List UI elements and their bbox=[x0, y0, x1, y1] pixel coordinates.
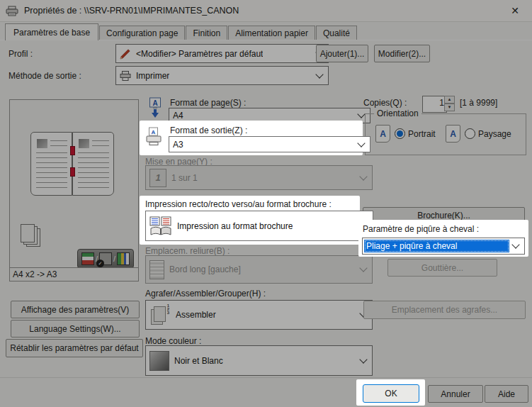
highlight-ok: OK bbox=[356, 379, 425, 406]
chevron-down-icon bbox=[359, 172, 367, 180]
chevron-down-icon bbox=[359, 264, 367, 272]
add-profile-button[interactable]: Ajouter(1)... bbox=[316, 45, 368, 62]
view-page-icon[interactable] bbox=[117, 252, 130, 265]
booklet-icon bbox=[149, 216, 172, 236]
staple-mark bbox=[70, 146, 75, 155]
page-format-value: A4 bbox=[173, 111, 183, 121]
saddle-stitch-value: Pliage + piqûre à cheval bbox=[364, 240, 509, 252]
footer-separator bbox=[0, 377, 532, 378]
color-mode-value: Noir et Blanc bbox=[174, 356, 223, 366]
svg-text:A: A bbox=[152, 129, 156, 135]
preview-left-page bbox=[30, 132, 72, 196]
landscape-radio[interactable] bbox=[465, 128, 475, 139]
portrait-radio[interactable] bbox=[395, 128, 405, 139]
view-settings-icon[interactable] bbox=[81, 252, 94, 265]
grayscale-swatch-icon bbox=[149, 351, 169, 371]
print-style-select[interactable]: Impression au format brochure bbox=[145, 211, 373, 241]
printer-icon bbox=[6, 6, 18, 16]
landscape-label: Paysage bbox=[478, 129, 511, 139]
copies-stepper[interactable]: ▲ ▼ bbox=[444, 96, 455, 111]
highlight-saddle-stitch: Paramètre de piqûre à cheval : Pliage + … bbox=[358, 220, 528, 257]
titlebar: Propriétés de : \\SRV-PRN01\IMPRIMANTES_… bbox=[0, 0, 532, 22]
spin-up-icon[interactable]: ▲ bbox=[444, 96, 455, 104]
close-icon[interactable]: ✕ bbox=[506, 3, 523, 18]
collate-digits: 1 2 3 bbox=[167, 304, 169, 315]
chevron-down-icon bbox=[511, 240, 519, 248]
profile-label: Profil : bbox=[9, 49, 33, 59]
tab-parametres-de-base[interactable]: Paramètres de base bbox=[5, 23, 98, 40]
spin-down-icon[interactable]: ▼ bbox=[444, 104, 455, 111]
print-style-label: Impression recto/recto verso/au format b… bbox=[145, 199, 332, 209]
slash-separator: / bbox=[113, 255, 115, 263]
preview-right-page bbox=[72, 132, 114, 196]
page-format-icon: A bbox=[147, 97, 163, 118]
highlight-output-format: A Format de sortie(Z) : A3 bbox=[140, 121, 363, 155]
output-format-icon: A bbox=[145, 127, 162, 146]
page-layout-value: 1 sur 1 bbox=[171, 173, 198, 183]
tab-alimentation-papier[interactable]: Alimentation papier bbox=[228, 26, 315, 40]
profile-value: <Modifier> Paramètres par défaut bbox=[136, 49, 263, 59]
highlight-print-style: Impression recto/recto verso/au format b… bbox=[140, 196, 360, 245]
output-format-value: A3 bbox=[173, 140, 183, 150]
landscape-page-icon: A bbox=[446, 125, 460, 143]
svg-text:A: A bbox=[152, 99, 157, 107]
help-button[interactable]: Aide bbox=[485, 385, 528, 403]
gutter-button: Gouttière... bbox=[387, 259, 497, 277]
tab-configuration-page[interactable]: Configuration page bbox=[99, 26, 185, 40]
print-style-value: Impression au format brochure bbox=[177, 221, 293, 231]
view-settings-button[interactable]: Affichage des paramètres(V) bbox=[11, 301, 140, 318]
tab-qualite[interactable]: Qualité bbox=[316, 26, 357, 40]
collate-label: Agrafer/Assembler/Grouper(H) : bbox=[145, 289, 266, 299]
profile-select[interactable]: <Modifier> Paramètres par défaut bbox=[115, 44, 329, 63]
window-title: Propriétés de : \\SRV-PRN01\IMPRIMANTES_… bbox=[24, 6, 239, 16]
printer-small-icon bbox=[120, 71, 131, 81]
preview-view-toolbar: / ✓ / bbox=[77, 249, 134, 269]
copies-input[interactable]: 1 bbox=[422, 96, 447, 113]
chevron-down-icon bbox=[357, 110, 365, 118]
chevron-down-icon bbox=[315, 70, 323, 78]
portrait-label: Portrait bbox=[408, 129, 436, 139]
chevron-down-icon bbox=[357, 139, 365, 147]
view-printer-icon[interactable]: ✓ bbox=[99, 252, 112, 265]
portrait-page-icon: A bbox=[375, 125, 390, 143]
booklet-preview bbox=[30, 132, 114, 196]
binding-location-select: Bord long [gauche] bbox=[145, 255, 373, 284]
preview-caption: A4 x2 -> A3 bbox=[10, 267, 138, 281]
restore-defaults-button[interactable]: Rétablir les paramètres par défaut bbox=[6, 339, 143, 357]
collate-select[interactable]: 1 2 3 Assembler bbox=[145, 300, 373, 330]
page-layout-select: 1 1 sur 1 bbox=[145, 165, 373, 190]
saddle-stitch-label: Paramètre de piqûre à cheval : bbox=[363, 224, 479, 234]
saddle-stitch-select[interactable]: Pliage + piqûre à cheval bbox=[362, 238, 525, 255]
orientation-group: Orientation A Portrait A Paysage bbox=[365, 113, 526, 155]
pages-stack-icon bbox=[21, 224, 39, 245]
check-icon: ✓ bbox=[96, 260, 104, 267]
output-format-label: Format de sortie(Z) : bbox=[170, 126, 247, 135]
modify-profile-button[interactable]: Modifier(2)... bbox=[374, 45, 430, 62]
copies-range: [1 à 9999] bbox=[460, 98, 497, 108]
printer-properties-dialog: Propriétés de : \\SRV-PRN01\IMPRIMANTES_… bbox=[0, 0, 532, 407]
pencil-icon bbox=[120, 48, 131, 60]
binding-page-icon bbox=[149, 260, 164, 279]
orientation-title: Orientation bbox=[374, 108, 421, 118]
language-settings-button[interactable]: Language Settings(W)... bbox=[11, 320, 140, 338]
color-mode-select[interactable]: Noir et Blanc bbox=[145, 345, 373, 376]
staple-mark bbox=[70, 167, 75, 177]
cancel-button[interactable]: Annuler bbox=[428, 385, 483, 403]
output-method-value: Imprimer bbox=[136, 71, 169, 81]
one-per-sheet-icon: 1 bbox=[149, 169, 166, 187]
collate-value: Assembler bbox=[176, 310, 216, 320]
color-mode-label: Mode couleur : bbox=[145, 336, 201, 346]
binding-location-value: Bord long [gauche] bbox=[169, 264, 241, 274]
binding-location-label: Emplacem. reliure(B) : bbox=[145, 246, 230, 256]
collate-icon: 1 2 3 bbox=[149, 304, 171, 325]
output-method-label: Méthode de sortie : bbox=[9, 71, 81, 81]
output-format-select[interactable]: A3 bbox=[169, 136, 370, 152]
output-method-select[interactable]: Imprimer bbox=[115, 66, 329, 85]
tab-bar: Paramètres de base Configuration page Fi… bbox=[5, 23, 358, 40]
staple-position-button: Emplacement des agrafes... bbox=[363, 301, 526, 319]
ok-button[interactable]: OK bbox=[363, 384, 419, 403]
tab-finition[interactable]: Finition bbox=[186, 26, 227, 40]
copies-label: Copies(Q) : bbox=[363, 98, 407, 108]
page-format-label: Format de page(S) : bbox=[170, 98, 246, 108]
chevron-down-icon bbox=[359, 355, 367, 363]
